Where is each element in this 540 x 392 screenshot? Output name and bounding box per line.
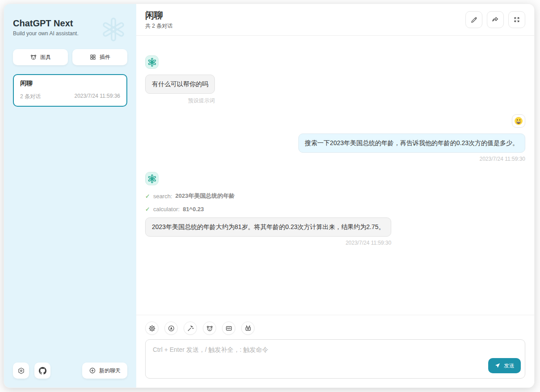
tool-call-calculator: ✓ calculator: 81^0.23 xyxy=(145,206,391,213)
settings-button[interactable] xyxy=(13,363,29,379)
plugins-button-label: 插件 xyxy=(100,54,110,61)
message-bubble: 有什么可以帮你的吗 xyxy=(145,75,215,94)
share-arrow-icon xyxy=(491,16,499,24)
assistant-avatar-openai-icon xyxy=(145,172,159,185)
share-button[interactable] xyxy=(487,11,504,28)
check-icon: ✓ xyxy=(145,206,150,213)
message-bubble: 2023年美国总统的年龄大约为81岁。将其年龄的0.23次方计算出来，结果约为2… xyxy=(145,217,391,237)
chat-item-title: 闲聊 xyxy=(20,79,120,88)
composer: 发送 xyxy=(145,339,525,379)
clear-context-button[interactable] xyxy=(222,321,235,335)
robot-icon xyxy=(244,325,252,332)
chat-title: 闲聊 xyxy=(145,9,172,21)
chat-body[interactable]: 有什么可以帮你的吗 预设提示词 搜索一下2023年美国总统的年龄，再告 xyxy=(136,36,534,315)
chat-header: 闲聊 共 2 条对话 xyxy=(136,4,534,36)
rename-chat-button[interactable] xyxy=(465,11,482,28)
pencil-icon xyxy=(470,16,478,24)
chat-message-count: 共 2 条对话 xyxy=(145,22,172,30)
sidebar: ChatGPT Next Build your own AI assistant… xyxy=(4,4,136,388)
sidebar-header: ChatGPT Next Build your own AI assistant… xyxy=(13,18,127,37)
openai-logo-watermark-icon xyxy=(100,17,126,42)
send-icon xyxy=(494,363,501,369)
chat-settings-button[interactable] xyxy=(145,321,159,335)
masks-button-label: 面具 xyxy=(40,54,51,61)
theme-toggle-button[interactable] xyxy=(164,321,178,335)
sidebar-actions: 面具 插件 xyxy=(13,49,127,65)
plus-circle-icon xyxy=(89,367,96,374)
github-icon xyxy=(39,367,46,375)
input-toolbar xyxy=(145,321,525,335)
message-user: 搜索一下2023年美国总统的年龄，再告诉我他的年龄的0.23次方的值是多少。 2… xyxy=(145,114,525,162)
message-bubble: 搜索一下2023年美国总统的年龄，再告诉我他的年龄的0.23次方的值是多少。 xyxy=(298,133,525,153)
chat-footer: 发送 xyxy=(136,315,534,388)
plugin-grid-icon xyxy=(89,54,96,61)
assistant-avatar-openai-icon xyxy=(145,55,159,69)
tool-call-search: ✓ search: 2023年美国总统的年龄 xyxy=(145,192,391,200)
mask-icon xyxy=(30,54,37,61)
message-timestamp: 2023/7/24 11:59:30 xyxy=(145,240,391,246)
auto-theme-icon xyxy=(167,325,175,332)
github-button[interactable] xyxy=(34,363,50,379)
chat-item-time: 2023/7/24 11:59:36 xyxy=(74,93,120,100)
send-label: 发送 xyxy=(504,362,515,370)
gear-icon xyxy=(148,325,156,332)
chat-input[interactable] xyxy=(152,345,483,371)
settings-hex-icon xyxy=(17,367,25,375)
tool-call-value: 81^0.23 xyxy=(183,206,204,213)
new-chat-label: 新的聊天 xyxy=(99,367,121,375)
new-chat-button[interactable]: 新的聊天 xyxy=(82,363,127,379)
user-avatar-smiley-icon xyxy=(512,114,525,128)
app-window: ChatGPT Next Build your own AI assistant… xyxy=(4,4,535,388)
model-select-button[interactable] xyxy=(241,321,255,335)
sidebar-footer: 新的聊天 xyxy=(13,363,127,379)
message-timestamp: 2023/7/24 11:59:30 xyxy=(298,156,525,162)
chat-panel: 闲聊 共 2 条对话 xyxy=(136,4,534,388)
masks-button[interactable]: 面具 xyxy=(13,49,68,65)
tool-call-label: search: xyxy=(153,193,172,200)
chat-item-count: 2 条对话 xyxy=(20,93,41,100)
magic-wand-icon xyxy=(187,325,194,332)
message-assistant-greeting: 有什么可以帮你的吗 预设提示词 xyxy=(145,55,525,104)
mask-icon xyxy=(206,325,213,332)
chat-list-item[interactable]: 闲聊 2 条对话 2023/7/24 11:59:36 xyxy=(13,74,127,107)
clear-context-icon xyxy=(225,325,233,332)
fullscreen-button[interactable] xyxy=(508,11,525,28)
check-icon: ✓ xyxy=(145,193,150,200)
tool-call-value: 2023年美国总统的年龄 xyxy=(176,192,235,200)
tool-call-label: calculator: xyxy=(153,206,180,213)
chat-list: 闲聊 2 条对话 2023/7/24 11:59:36 xyxy=(13,74,127,363)
prompt-wand-button[interactable] xyxy=(184,321,197,335)
message-assistant-answer: ✓ search: 2023年美国总统的年龄 ✓ calculator: 81^… xyxy=(145,172,525,246)
mask-toolbar-button[interactable] xyxy=(203,321,216,335)
preset-prompt-caption: 预设提示词 xyxy=(145,97,215,104)
plugins-button[interactable]: 插件 xyxy=(72,49,127,65)
expand-arrows-icon xyxy=(513,16,520,23)
send-button[interactable]: 发送 xyxy=(488,358,521,373)
